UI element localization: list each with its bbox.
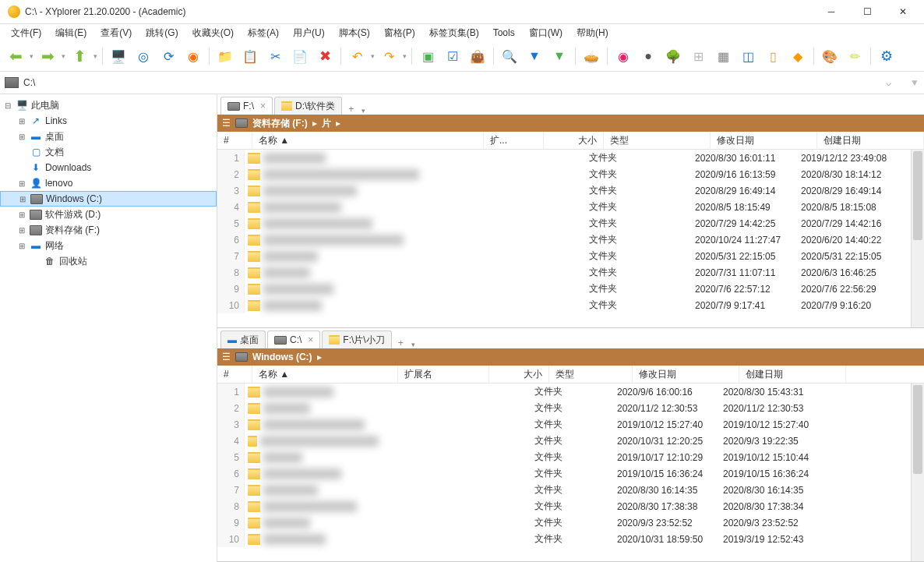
delete-icon[interactable]: ✖ (314, 45, 336, 67)
list-row[interactable]: 3文件夹2020/8/29 16:49:142020/8/29 16:49:14 (217, 182, 911, 199)
address-text[interactable]: C:\ (23, 77, 881, 88)
tab[interactable]: D:\软件类 (274, 97, 342, 115)
search-icon[interactable]: 🔍 (499, 45, 520, 67)
burger-icon[interactable]: ☰ (222, 352, 231, 362)
chevron-right-icon[interactable]: ▸ (336, 118, 340, 129)
panel-icon[interactable]: ▯ (762, 45, 784, 67)
crumb-item[interactable]: Windows (C:) (252, 352, 312, 362)
menu-4[interactable]: 收藏夹(O) (186, 25, 240, 41)
expand-icon[interactable]: ⊞ (17, 179, 26, 188)
expand-icon[interactable]: ⊞ (17, 117, 26, 125)
tree-node[interactable]: ⬇Downloads (0, 160, 217, 175)
back-button[interactable]: ⬅ (5, 45, 26, 67)
undo-icon[interactable]: ↶ (346, 45, 368, 67)
copy-icon[interactable]: 📋 (239, 45, 261, 67)
checkbox-icon[interactable]: ☑ (442, 45, 464, 67)
column-header[interactable]: 创建日期 (739, 366, 846, 383)
new-tab-button[interactable]: + (344, 104, 358, 115)
redo-icon[interactable]: ↷ (378, 45, 400, 67)
menu-7[interactable]: 脚本(S) (333, 25, 376, 41)
column-header[interactable]: 名称 ▲ (252, 132, 484, 149)
minimize-button[interactable]: ─ (813, 0, 849, 23)
column-header[interactable]: 扩展名 (398, 366, 489, 383)
file-list[interactable]: 1文件夹2020/8/30 16:01:112019/12/12 23:49:0… (217, 150, 911, 327)
tab-dropdown-icon[interactable]: ▾ (358, 107, 369, 115)
close-tab-icon[interactable]: × (260, 101, 266, 111)
chevron-right-icon[interactable]: ▸ (317, 352, 322, 362)
dark-icon[interactable]: ● (637, 45, 659, 67)
crumb-item[interactable]: 片 (322, 117, 331, 130)
menu-6[interactable]: 用户(U) (287, 25, 331, 41)
list-row[interactable]: 1文件夹2020/9/6 16:00:162020/8/30 15:43:31 (217, 384, 911, 400)
tree-node[interactable]: ⊞▬桌面 (0, 129, 217, 144)
tree-node[interactable]: ⊞资料存储 (F:) (0, 222, 217, 238)
paste-icon[interactable]: 📄 (289, 45, 311, 67)
menu-5[interactable]: 标签(A) (242, 25, 285, 41)
menu-1[interactable]: 编辑(E) (49, 25, 93, 41)
list-row[interactable]: 3文件夹2019/10/12 15:27:402019/10/12 15:27:… (217, 416, 911, 433)
filter-funnel-icon[interactable]: ▼ (910, 77, 919, 88)
pie-icon[interactable]: 🥧 (580, 45, 602, 67)
tree-node[interactable]: ▢文档 (0, 144, 217, 160)
list-row[interactable]: 6文件夹2019/10/15 16:36:242019/10/15 16:36:… (217, 465, 911, 482)
menu-2[interactable]: 查看(V) (94, 25, 138, 41)
expand-icon[interactable]: ⊞ (17, 226, 26, 235)
list-row[interactable]: 1文件夹2020/8/30 16:01:112019/12/12 23:49:0… (217, 150, 911, 166)
brush-icon[interactable]: ✏ (844, 45, 866, 67)
tree-node[interactable]: ⊟🖥️此电脑 (0, 97, 217, 113)
column-header[interactable]: # (217, 132, 252, 149)
column-header[interactable]: 类型 (549, 366, 633, 383)
breadcrumb[interactable]: ☰Windows (C:)▸ (217, 348, 924, 366)
grid-icon[interactable]: ⊞ (687, 45, 709, 67)
menu-10[interactable]: Tools (487, 26, 521, 40)
tree-icon[interactable]: 🌳 (662, 45, 684, 67)
tree-node[interactable]: 🗑回收站 (0, 253, 217, 269)
list-row[interactable]: 4文件夹2020/8/5 18:15:492020/8/5 18:15:08 (217, 199, 911, 215)
list-row[interactable]: 2文件夹2020/9/16 16:13:592020/8/30 18:14:12 (217, 166, 911, 182)
expand-icon[interactable]: ⊞ (17, 242, 26, 250)
list-row[interactable]: 5文件夹2019/10/17 12:10:292019/10/12 15:10:… (217, 449, 911, 465)
menu-0[interactable]: 文件(F) (5, 25, 48, 41)
crumb-item[interactable]: 资料存储 (F:) (252, 117, 308, 130)
tab[interactable]: C:\× (267, 330, 320, 348)
expand-icon[interactable]: ⊟ (3, 101, 12, 110)
list-row[interactable]: 6文件夹2020/10/24 11:27:472020/6/20 14:40:2… (217, 232, 911, 248)
close-tab-icon[interactable]: × (308, 334, 313, 345)
up-button[interactable]: ⬆ (69, 45, 90, 67)
column-header[interactable]: 修改日期 (633, 366, 739, 383)
book-icon[interactable]: ◆ (787, 45, 809, 67)
address-bar[interactable]: C:\ ⌵ ▼ (0, 72, 924, 94)
column-header[interactable]: 大小 (544, 132, 604, 149)
chevron-right-icon[interactable]: ▸ (312, 118, 317, 129)
tree-node[interactable]: ⊞↗Links (0, 113, 217, 129)
menu-3[interactable]: 跳转(G) (139, 25, 184, 41)
burger-icon[interactable]: ☰ (222, 118, 231, 129)
palette-icon[interactable]: 🎨 (819, 45, 841, 67)
details-icon[interactable]: ▦ (712, 45, 734, 67)
filter2-icon[interactable]: ▼ (548, 45, 570, 67)
list-row[interactable]: 8文件夹2020/8/30 17:38:382020/8/30 17:38:34 (217, 498, 911, 514)
column-header[interactable]: 名称 ▲ (252, 366, 398, 383)
cut-icon[interactable]: ✂ (264, 45, 286, 67)
breadcrumb[interactable]: ☰资料存储 (F:)▸片▸ (217, 115, 924, 132)
maximize-button[interactable]: ☐ (849, 0, 885, 23)
new-tab-button[interactable]: + (393, 338, 408, 348)
column-header[interactable]: # (217, 366, 252, 383)
list-row[interactable]: 10文件夹2020/10/31 18:59:502019/3/19 12:52:… (217, 531, 911, 547)
spiral-icon[interactable]: ◉ (612, 45, 634, 67)
select-icon[interactable]: ▣ (417, 45, 439, 67)
tab[interactable]: F:\片\小刀 (322, 330, 391, 348)
tree-node[interactable]: ⊞▬网络 (0, 238, 217, 253)
monitor-icon[interactable]: 🖥️ (108, 45, 129, 67)
tree-node[interactable]: ⊞👤lenovo (0, 175, 217, 191)
tab[interactable]: ▬桌面 (220, 330, 266, 348)
list-row[interactable]: 7文件夹2020/5/31 22:15:052020/5/31 22:15:05 (217, 248, 911, 264)
menu-12[interactable]: 帮助(H) (570, 25, 615, 41)
menu-8[interactable]: 窗格(P) (378, 25, 421, 41)
tree-node[interactable]: ⊞Windows (C:) (0, 191, 217, 207)
tree-node[interactable]: ⊞软件游戏 (D:) (0, 207, 217, 222)
gear-icon[interactable]: ⚙ (876, 45, 898, 67)
list-row[interactable]: 9文件夹2020/9/3 23:52:522020/9/3 23:52:52 (217, 514, 911, 531)
expand-icon[interactable]: ⊞ (17, 133, 26, 141)
column-header[interactable]: 创建日期 (817, 132, 924, 149)
